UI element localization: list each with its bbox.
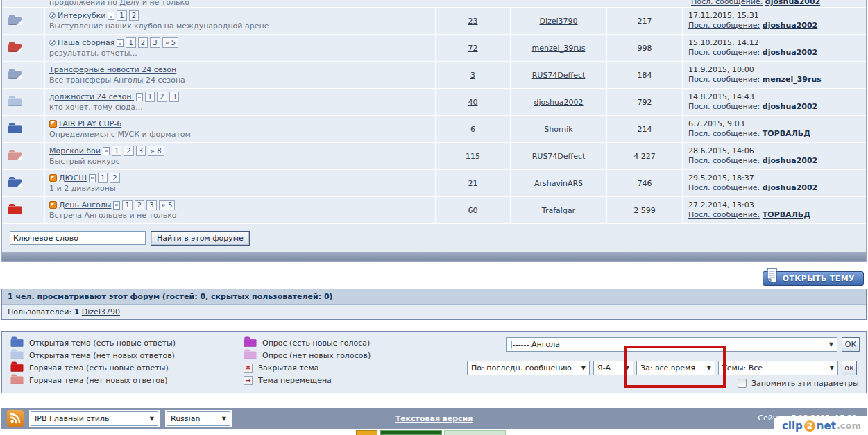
- topic-title-link[interactable]: FAIR PLAY CUP-6: [59, 119, 121, 129]
- last-post-user-link[interactable]: ТОРВАЛЬД: [763, 210, 810, 219]
- topic-description: Быстрый конкурс: [49, 157, 120, 167]
- last-post-user-link[interactable]: djoshua2002: [765, 0, 820, 6]
- page-link-last[interactable]: » 8: [148, 146, 164, 156]
- folder-hot-nonew-icon: [10, 376, 23, 384]
- table-row: День Анголы 1 2 3 » 5 Встреча Ангольцев …: [2, 197, 866, 224]
- topic-title-link[interactable]: День Анголы: [59, 201, 111, 210]
- page-link-last[interactable]: » 5: [159, 200, 176, 210]
- page-link[interactable]: 2: [110, 173, 119, 183]
- new-topic-page-icon: [765, 268, 778, 287]
- multipage-icon: [108, 12, 114, 20]
- author-link[interactable]: Trafalgar: [542, 206, 575, 215]
- replies-link[interactable]: 21: [468, 179, 478, 188]
- viewing-user-link[interactable]: Dizel3790: [82, 307, 120, 316]
- watermark-text: net: [817, 420, 836, 432]
- author-link[interactable]: Dizel3790: [539, 17, 577, 26]
- page-link[interactable]: 3: [169, 92, 179, 102]
- topic-title-link[interactable]: Наша сборная: [58, 38, 114, 48]
- replies-link[interactable]: 115: [466, 152, 480, 161]
- forum-jump-ok-button[interactable]: ОК: [842, 337, 860, 352]
- search-forum-button[interactable]: Найти в этом форуме: [151, 231, 250, 246]
- last-post-link[interactable]: Посл. сообщение:: [688, 48, 760, 57]
- replies-link[interactable]: 60: [468, 206, 478, 215]
- author-link[interactable]: djoshua2002: [534, 98, 583, 107]
- users-viewing-row: Пользователей: 1 Dizel3790: [2, 305, 866, 319]
- last-post-link[interactable]: Посл. сообщение:: [691, 0, 763, 6]
- views-count: 214: [638, 125, 652, 134]
- watermark-badge: 2: [804, 420, 815, 432]
- page-link[interactable]: 1: [98, 173, 108, 183]
- author-link[interactable]: ArshavinARS: [534, 179, 583, 188]
- text-version-link[interactable]: Текстовая версия: [395, 414, 473, 423]
- replies-link[interactable]: 23: [468, 17, 478, 26]
- table-row: Наша сборная 1 2 3 » 5 результаты, отчет…: [2, 35, 866, 62]
- last-post-user-link[interactable]: djoshua2002: [763, 48, 817, 57]
- replies-link[interactable]: 40: [468, 98, 478, 107]
- last-post-user-link[interactable]: ТОРВАЛЬД: [763, 129, 810, 138]
- last-post-link[interactable]: Посл. сообщение:: [688, 102, 760, 111]
- filters-ok-button[interactable]: ок: [842, 361, 857, 375]
- page-link[interactable]: 2: [138, 37, 148, 48]
- sort-order-select[interactable]: Я-А▼: [593, 361, 633, 375]
- remember-params-checkbox[interactable]: [738, 379, 747, 388]
- page-link[interactable]: 1: [126, 37, 135, 48]
- last-post-user-link[interactable]: djoshua2002: [763, 156, 817, 165]
- page-link[interactable]: 2: [124, 146, 133, 156]
- topic-title-link[interactable]: ДЮСШ: [59, 173, 87, 183]
- new-posts-icon[interactable]: [49, 12, 56, 19]
- topic-title-link[interactable]: Интеркубки: [58, 11, 105, 21]
- page-link[interactable]: 3: [136, 146, 146, 156]
- page-link-last[interactable]: » 5: [162, 37, 179, 48]
- page-link[interactable]: 3: [146, 200, 156, 210]
- topic-table: продолжении по Делу и не только Посл. со…: [1, 0, 867, 262]
- legend-item: Горячая тема (нет новых ответов): [10, 375, 176, 386]
- folder-hot-new-icon: [8, 206, 22, 214]
- topics-filter-select[interactable]: Темы: Все▼: [718, 361, 838, 375]
- new-posts-icon[interactable]: [49, 40, 56, 46]
- last-post-user-link[interactable]: djoshua2002: [763, 102, 817, 111]
- forum-jump-select[interactable]: |------ Ангола▼: [506, 337, 837, 352]
- last-post-date: 28.6.2015, 14:06: [688, 146, 754, 156]
- last-post-link[interactable]: Посл. сообщение:: [688, 129, 760, 138]
- page-link[interactable]: 1: [117, 10, 126, 21]
- last-post-link[interactable]: Посл. сообщение:: [688, 156, 760, 165]
- topic-title-link[interactable]: Морской бой: [49, 146, 101, 156]
- search-input[interactable]: [10, 231, 146, 245]
- page-link[interactable]: 1: [122, 200, 132, 210]
- folder-open-new-icon: [8, 179, 22, 187]
- last-post-link[interactable]: Посл. сообщение:: [688, 183, 760, 192]
- views-count: 792: [638, 98, 652, 107]
- last-post-link[interactable]: Посл. сообщение:: [688, 75, 760, 84]
- last-post-user-link[interactable]: menzel_39rus: [763, 75, 822, 84]
- last-post-link[interactable]: Посл. сообщение:: [688, 210, 760, 219]
- multipage-icon: [89, 174, 96, 182]
- topic-title-link[interactable]: должности 24 сезон.: [49, 92, 134, 102]
- multipage-icon: [103, 147, 110, 155]
- last-post-user-link[interactable]: djoshua2002: [763, 183, 817, 192]
- period-select[interactable]: За: все время▼: [636, 361, 715, 375]
- page-link[interactable]: 1: [145, 92, 155, 102]
- poll-new-icon: [244, 339, 256, 346]
- page-link[interactable]: 2: [135, 200, 144, 210]
- last-post-user-link[interactable]: djoshua2002: [763, 21, 817, 30]
- legend-label: Закрытая тема: [258, 364, 319, 373]
- replies-link[interactable]: 72: [468, 44, 478, 53]
- author-link[interactable]: RUS74Deffect: [532, 71, 586, 80]
- open-topic-button[interactable]: ОТКРЫТЬ ТЕМУ: [763, 271, 864, 286]
- folder-open-nonew-icon: [8, 71, 22, 79]
- last-post-link[interactable]: Посл. сообщение:: [688, 21, 760, 30]
- replies-link[interactable]: 6: [470, 125, 475, 134]
- sort-by-select[interactable]: По: последн. сообщению▼: [467, 361, 590, 375]
- author-link[interactable]: RUS74Deffect: [532, 152, 586, 161]
- page-link[interactable]: 1: [112, 146, 121, 156]
- page-link[interactable]: 2: [157, 92, 167, 102]
- page-link[interactable]: 3: [150, 37, 160, 48]
- users-count: 1: [74, 307, 80, 316]
- page-link[interactable]: 2: [129, 10, 139, 21]
- author-link[interactable]: menzel_39rus: [532, 44, 586, 53]
- author-link[interactable]: Shornik: [544, 125, 572, 134]
- pinned-icon: [49, 201, 57, 209]
- replies-link[interactable]: 3: [470, 71, 475, 80]
- topic-title-link[interactable]: Трансферные новости 24 сезон: [49, 65, 176, 75]
- legend-label: Открытая тема (есть новые ответы): [29, 339, 176, 348]
